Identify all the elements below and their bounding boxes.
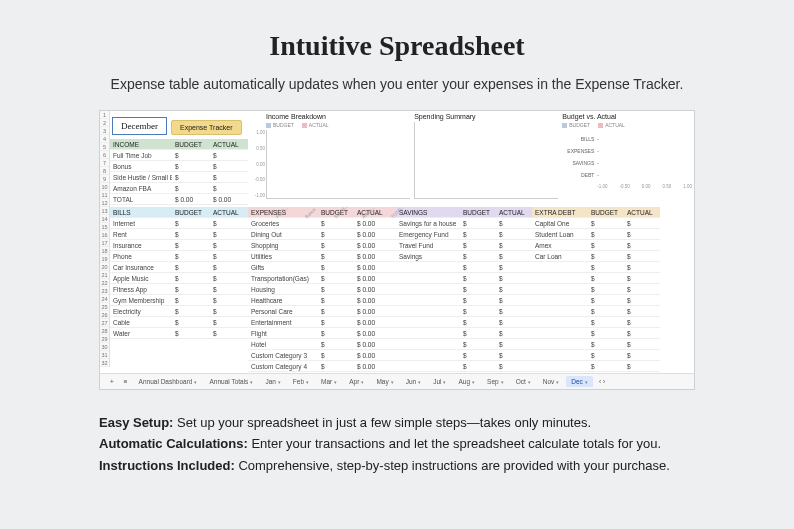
chart-title: Spending Summary (414, 113, 558, 120)
table-row[interactable]: Emergency Fund$$ (396, 229, 532, 240)
table-row[interactable]: Water$$ (110, 328, 248, 339)
table-row[interactable]: $$ (396, 273, 532, 284)
table-row[interactable]: Electricity$$ (110, 306, 248, 317)
tab-dec[interactable]: Dec▾ (566, 376, 593, 387)
subtitle: Expense table automatically updates when… (0, 76, 794, 92)
table-row[interactable]: Bonus$$ (110, 161, 248, 172)
tab-feb[interactable]: Feb▾ (288, 376, 314, 387)
table-row[interactable]: $$ (532, 317, 660, 328)
scroll-left-icon[interactable]: ‹ (599, 378, 601, 385)
tab-oct[interactable]: Oct▾ (511, 376, 536, 387)
table-row[interactable]: Housing$$ 0.00 (248, 284, 396, 295)
table-row[interactable]: Apple Music$$ (110, 273, 248, 284)
table-row[interactable]: $$ (396, 284, 532, 295)
table-row[interactable]: $$ (396, 295, 532, 306)
income-table: INCOMEBUDGETACTUALFull Time Job$$Bonus$$… (110, 139, 248, 205)
table-row[interactable]: Phone$$ (110, 251, 248, 262)
sheets-menu-icon[interactable]: ≡ (120, 378, 132, 385)
table-row[interactable]: Capital One$$ (532, 218, 660, 229)
table-row[interactable]: $$ (532, 339, 660, 350)
table-row[interactable]: Internet$$ (110, 218, 248, 229)
table-row[interactable]: $$ (396, 328, 532, 339)
scroll-right-icon[interactable]: › (603, 378, 605, 385)
chart-budget-vs-actual: Budget vs. Actual BUDGETACTUAL BILLS EXP… (562, 113, 692, 199)
table-row[interactable]: Entertainment$$ 0.00 (248, 317, 396, 328)
table-row[interactable]: Hotel$$ 0.00 (248, 339, 396, 350)
feature-line: Automatic Calculations: Enter your trans… (99, 433, 695, 454)
table-row[interactable]: Gifts$$ 0.00 (248, 262, 396, 273)
chart-title: Income Breakdown (266, 113, 410, 120)
table-row[interactable]: Shopping$$ 0.00 (248, 240, 396, 251)
spreadsheet-preview: 1234567891011121314151617181920212223242… (99, 110, 695, 390)
chart-legend: BUDGETACTUAL (562, 122, 692, 128)
table-row[interactable]: $$ (532, 273, 660, 284)
table-row[interactable]: $$ (396, 262, 532, 273)
page-title: Intuitive Spreadsheet (0, 0, 794, 62)
table-row[interactable]: Fitness App$$ (110, 284, 248, 295)
tab-apr[interactable]: Apr▾ (344, 376, 369, 387)
tab-annual-dashboard[interactable]: Annual Dashboard▾ (134, 376, 203, 387)
table-row[interactable]: Custom Category 3$$ 0.00 (248, 350, 396, 361)
table-row[interactable]: $$ (396, 350, 532, 361)
table-row[interactable]: Cable$$ (110, 317, 248, 328)
table-row[interactable]: Amazon FBA$$ (110, 183, 248, 194)
feature-line: Easy Setup: Set up your spreadsheet in j… (99, 412, 695, 433)
expense-tracker-button[interactable]: Expense Tracker (171, 120, 242, 135)
table-row[interactable]: Dining Out$$ 0.00 (248, 229, 396, 240)
month-cell[interactable]: December (112, 117, 167, 135)
row-numbers: 1234567891011121314151617181920212223242… (100, 111, 110, 367)
tab-mar[interactable]: Mar▾ (316, 376, 342, 387)
table-row[interactable]: Amex$$ (532, 240, 660, 251)
table-row[interactable]: Car Loan$$ (532, 251, 660, 262)
table-row[interactable]: Gym Membership$$ (110, 295, 248, 306)
features-list: Easy Setup: Set up your spreadsheet in j… (99, 412, 695, 476)
table-row[interactable]: Full Time Job$$ (110, 150, 248, 161)
chart-legend: BUDGETACTUAL (266, 122, 410, 128)
table-row[interactable]: $$ (532, 306, 660, 317)
table-row[interactable]: Student Loan$$ (532, 229, 660, 240)
sheet-tabs: + ≡ Annual Dashboard▾Annual Totals▾Jan▾F… (100, 373, 694, 389)
table-row[interactable]: $$ (532, 350, 660, 361)
table-row[interactable]: Custom Category 4$$ 0.00 (248, 361, 396, 372)
table-row[interactable]: Personal Care$$ 0.00 (248, 306, 396, 317)
table-row[interactable]: $$ (396, 361, 532, 372)
expenses-table: EXPENSESBUDGETACTUALGroceries$$ 0.00Dini… (248, 207, 396, 390)
add-sheet-icon[interactable]: + (106, 378, 118, 385)
table-row[interactable]: $$ (532, 361, 660, 372)
table-row[interactable]: Car Insurance$$ (110, 262, 248, 273)
table-row[interactable]: Transportation(Gas)$$ 0.00 (248, 273, 396, 284)
savings-table: SAVINGSBUDGETACTUALSavings for a house$$… (396, 207, 532, 390)
tab-jun[interactable]: Jun▾ (401, 376, 426, 387)
table-row[interactable]: Rent$$ (110, 229, 248, 240)
tab-nov[interactable]: Nov▾ (538, 376, 565, 387)
tab-jan[interactable]: Jan▾ (260, 376, 285, 387)
table-row[interactable]: $$ (396, 306, 532, 317)
tab-aug[interactable]: Aug▾ (453, 376, 480, 387)
chart-title: Budget vs. Actual (562, 113, 692, 120)
tab-jul[interactable]: Jul▾ (428, 376, 451, 387)
bills-table: BILLSBUDGETACTUALInternet$$Rent$$Insuran… (110, 207, 248, 390)
table-row[interactable]: $$ (396, 317, 532, 328)
table-row[interactable]: Flight$$ 0.00 (248, 328, 396, 339)
table-row[interactable]: Healthcare$$ 0.00 (248, 295, 396, 306)
table-row[interactable]: Utilities$$ 0.00 (248, 251, 396, 262)
feature-line: Instructions Included: Comprehensive, st… (99, 455, 695, 476)
debt-table: EXTRA DEBTBUDGETACTUALCapital One$$Stude… (532, 207, 660, 390)
table-row[interactable]: Savings$$ (396, 251, 532, 262)
table-row[interactable]: Side Hustle / Small Biz$$ (110, 172, 248, 183)
chart-income-breakdown: Income Breakdown BUDGETACTUAL 1.000.500.… (266, 113, 410, 199)
table-row[interactable]: $$ (532, 284, 660, 295)
table-row[interactable]: Insurance$$ (110, 240, 248, 251)
table-row[interactable]: Savings for a house$$ (396, 218, 532, 229)
tab-annual-totals[interactable]: Annual Totals▾ (204, 376, 258, 387)
tab-may[interactable]: May▾ (371, 376, 398, 387)
tab-sep[interactable]: Sep▾ (482, 376, 509, 387)
table-row[interactable]: Groceries$$ 0.00 (248, 218, 396, 229)
table-row[interactable]: $$ (396, 339, 532, 350)
table-row[interactable]: $$ (532, 262, 660, 273)
chart-spending-summary: Spending Summary (414, 113, 558, 199)
table-row[interactable]: $$ (532, 328, 660, 339)
table-row[interactable]: Travel Fund$$ (396, 240, 532, 251)
table-row[interactable]: $$ (532, 295, 660, 306)
